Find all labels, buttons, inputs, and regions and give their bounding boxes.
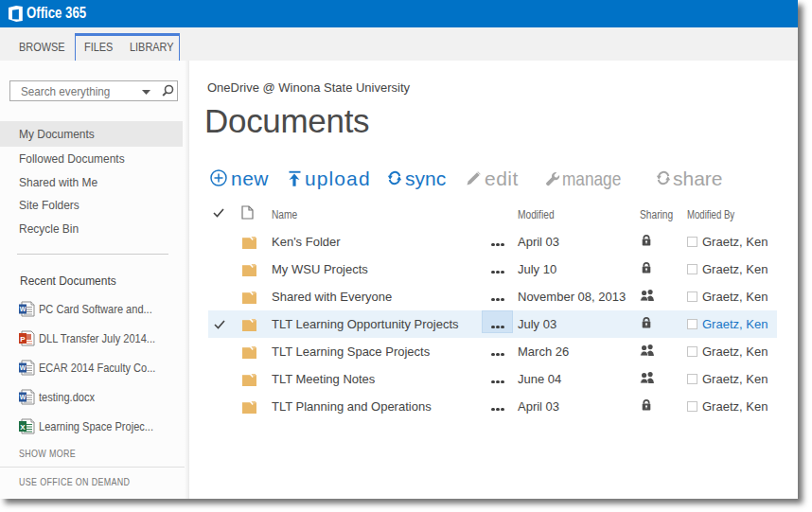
svg-text:W: W (20, 306, 26, 312)
svg-text:W: W (20, 364, 26, 371)
svg-text:P: P (20, 335, 26, 344)
svg-text:X: X (20, 423, 26, 432)
svg-text:W: W (20, 394, 26, 400)
